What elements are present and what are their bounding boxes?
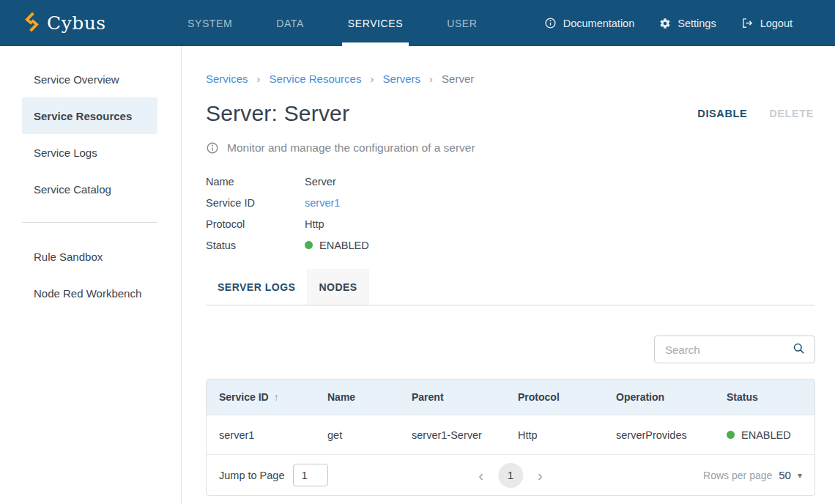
sidebar-item-service-catalog[interactable]: Service Catalog bbox=[22, 171, 157, 207]
nodes-table: Service ID ↑ Name Parent Protocol Operat… bbox=[206, 379, 815, 496]
page-title: Server: Server bbox=[206, 101, 349, 126]
top-navbar: Cybus SYSTEM DATA SERVICES USER Document… bbox=[0, 0, 835, 46]
sidebar: Service Overview Service Resources Servi… bbox=[0, 46, 182, 504]
column-header-status[interactable]: Status bbox=[714, 391, 814, 403]
cell-operation: serverProvides bbox=[604, 429, 714, 441]
tab-server-logs[interactable]: SERVER LOGS bbox=[206, 269, 307, 305]
cell-protocol: Http bbox=[505, 429, 604, 441]
main-nav: SYSTEM DATA SERVICES USER bbox=[182, 0, 516, 46]
breadcrumb-current: Server bbox=[442, 73, 474, 85]
nav-tab-system[interactable]: SYSTEM bbox=[182, 0, 238, 46]
column-header-operation[interactable]: Operation bbox=[604, 391, 714, 403]
rows-per-page-select[interactable]: Rows per page 50 ▾ bbox=[703, 469, 802, 481]
detail-row-status: Status ENABLED bbox=[206, 234, 815, 256]
row-status-enabled-dot bbox=[727, 431, 735, 439]
row-status-badge: ENABLED bbox=[741, 429, 791, 441]
column-header-protocol[interactable]: Protocol bbox=[505, 391, 604, 403]
detail-row-service-id: Service ID server1 bbox=[206, 192, 815, 213]
logout-icon bbox=[741, 17, 754, 29]
info-circle-icon bbox=[206, 141, 219, 155]
next-page-icon[interactable]: › bbox=[533, 467, 547, 484]
table-header-row: Service ID ↑ Name Parent Protocol Operat… bbox=[207, 379, 814, 415]
settings-button[interactable]: Settings bbox=[659, 18, 716, 29]
sidebar-item-service-resources[interactable]: Service Resources bbox=[22, 97, 157, 134]
breadcrumb-separator-icon: › bbox=[257, 73, 261, 85]
navbar-actions: Documentation Settings Logout bbox=[544, 0, 835, 46]
column-header-service-id[interactable]: Service ID ↑ bbox=[207, 391, 315, 403]
sidebar-item-service-logs[interactable]: Service Logs bbox=[22, 134, 157, 171]
page-description: Monitor and manage the configuration of … bbox=[206, 141, 815, 155]
search-box bbox=[654, 336, 815, 363]
documentation-button[interactable]: Documentation bbox=[544, 17, 635, 29]
sidebar-item-rule-sandbox[interactable]: Rule Sandbox bbox=[22, 238, 157, 275]
breadcrumb-servers[interactable]: Servers bbox=[382, 73, 420, 85]
breadcrumb-separator-icon: › bbox=[429, 73, 433, 85]
search-icon[interactable] bbox=[792, 341, 806, 358]
sidebar-item-node-red-workbench[interactable]: Node Red Workbench bbox=[22, 275, 157, 311]
column-header-name[interactable]: Name bbox=[315, 391, 399, 403]
detail-value-name: Server bbox=[305, 176, 336, 188]
nav-tab-services[interactable]: SERVICES bbox=[342, 0, 409, 46]
cell-parent: server1-Server bbox=[399, 429, 505, 441]
detail-row-protocol: Protocol Http bbox=[206, 213, 815, 234]
detail-value-protocol: Http bbox=[305, 218, 324, 230]
page-description-text: Monitor and manage the configuration of … bbox=[227, 141, 475, 155]
disable-button[interactable]: DISABLE bbox=[696, 105, 749, 122]
cell-service-id: server1 bbox=[207, 429, 315, 441]
gear-icon bbox=[659, 18, 671, 29]
cell-name: get bbox=[315, 429, 399, 441]
service-id-link[interactable]: server1 bbox=[305, 197, 340, 209]
breadcrumb: Services › Service Resources › Servers ›… bbox=[206, 73, 815, 85]
tab-nodes[interactable]: NODES bbox=[307, 269, 368, 305]
breadcrumb-services[interactable]: Services bbox=[206, 73, 248, 85]
search-input[interactable] bbox=[665, 344, 792, 356]
pager: ‹ 1 › bbox=[474, 463, 546, 488]
table-row[interactable]: server1 get server1-Server Http serverPr… bbox=[207, 415, 814, 454]
previous-page-icon[interactable]: ‹ bbox=[474, 467, 488, 484]
breadcrumb-separator-icon: › bbox=[370, 73, 374, 85]
cybus-logo-icon bbox=[23, 11, 40, 36]
jump-to-page-input[interactable] bbox=[293, 464, 328, 486]
sort-asc-icon[interactable]: ↑ bbox=[274, 391, 279, 403]
sidebar-divider bbox=[22, 222, 157, 223]
jump-to-page-label: Jump to Page bbox=[219, 470, 284, 481]
main-content: Services › Service Resources › Servers ›… bbox=[182, 46, 835, 504]
logout-button[interactable]: Logout bbox=[741, 17, 793, 29]
chevron-down-icon: ▾ bbox=[798, 470, 802, 481]
breadcrumb-service-resources[interactable]: Service Resources bbox=[270, 73, 362, 85]
rows-per-page-value: 50 bbox=[779, 469, 791, 481]
current-page-button[interactable]: 1 bbox=[498, 463, 523, 488]
nav-tab-user[interactable]: USER bbox=[441, 0, 483, 46]
detail-tabs: SERVER LOGS NODES bbox=[206, 269, 815, 305]
rows-per-page-label: Rows per page bbox=[703, 470, 772, 481]
status-badge: ENABLED bbox=[319, 240, 369, 251]
cybus-logo[interactable]: Cybus bbox=[23, 11, 106, 36]
nav-tab-data[interactable]: DATA bbox=[270, 0, 310, 46]
column-header-parent[interactable]: Parent bbox=[399, 391, 505, 403]
status-enabled-dot bbox=[305, 241, 313, 249]
delete-button[interactable]: DELETE bbox=[768, 105, 815, 122]
server-details: Name Server Service ID server1 Protocol … bbox=[206, 171, 815, 256]
info-circle-icon bbox=[544, 17, 557, 29]
sidebar-item-service-overview[interactable]: Service Overview bbox=[22, 61, 157, 97]
detail-row-name: Name Server bbox=[206, 171, 815, 192]
cybus-logo-text: Cybus bbox=[47, 12, 106, 34]
table-footer: Jump to Page ‹ 1 › Rows per page 50 ▾ bbox=[207, 454, 814, 495]
